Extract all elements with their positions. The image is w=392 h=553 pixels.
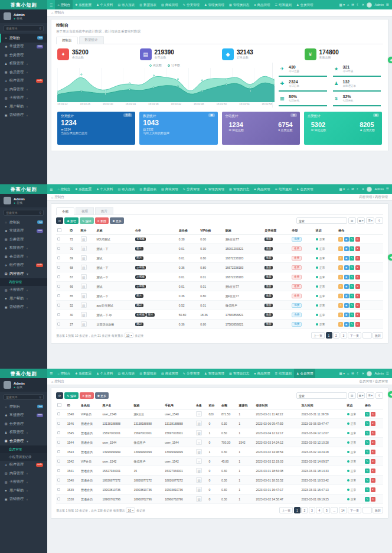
page-button[interactable]: 3	[341, 332, 347, 339]
row-checkbox[interactable]	[57, 247, 60, 250]
preview-button[interactable]: ◉	[344, 237, 349, 242]
nav-item[interactable]: ▤ 收入报表	[116, 184, 138, 194]
sidebar-item[interactable]: ▦ 会员管理 ‹	[0, 68, 47, 77]
refresh-button[interactable]: ⟳	[56, 217, 63, 224]
row-checkbox[interactable]	[57, 460, 60, 463]
column-header[interactable]: 头像	[195, 401, 207, 409]
delete-button[interactable]: ✕	[355, 246, 360, 251]
nav-item[interactable]: ☰ 结算规则	[273, 184, 294, 194]
page-button[interactable]: 3	[309, 507, 315, 513]
sort-button[interactable]: ≡	[338, 284, 343, 289]
preview-button[interactable]: ◉	[344, 256, 349, 261]
nav-item[interactable]: ♟ 个人资料	[94, 184, 115, 194]
nav-item[interactable]: ♟ 会员管理	[294, 184, 315, 194]
image-placeholder-icon[interactable]: ▨	[196, 430, 202, 435]
table-row[interactable]: 1538 普通会员 18960762796 18960762796 189607…	[56, 495, 383, 504]
edit-button[interactable]: ✎	[349, 237, 354, 242]
delete-button[interactable]: ✕	[355, 256, 360, 261]
sidebar-item[interactable]: ▣ 营销管理 ‹	[0, 111, 47, 120]
columns-icon[interactable]: ▦ ▾	[357, 392, 365, 399]
nav-item[interactable]: ✎ 分类管理	[181, 0, 202, 9]
username[interactable]: Admin	[374, 372, 384, 375]
delete-button[interactable]: ✕	[371, 469, 375, 473]
nav-item[interactable]: ♟ 管理员管理	[202, 369, 227, 378]
apps-dropdown[interactable]: ▦ ▾	[339, 3, 345, 6]
image-placeholder-icon[interactable]: ▨	[81, 284, 87, 289]
settings-icon[interactable]: ☰	[386, 187, 389, 191]
delete-button[interactable]: ✕	[355, 313, 360, 317]
sidebar-item[interactable]: ▧ 分类管理	[0, 51, 47, 60]
page-button[interactable]: 上一页	[311, 332, 325, 339]
nav-item[interactable]: ♟ 会员管理	[294, 0, 315, 9]
mail-icon[interactable]: ✉	[351, 187, 354, 191]
delete-button[interactable]: ✕	[371, 450, 375, 454]
edit-button[interactable]: ✎	[365, 431, 370, 435]
delete-button[interactable]: ✕	[371, 459, 375, 464]
help-float-button[interactable]: ✚	[388, 391, 392, 398]
export-icon[interactable]: ▤	[348, 392, 356, 399]
table-row[interactable]: 1539 普通会员 19903810736 19903810736 199038…	[56, 485, 383, 495]
image-placeholder-icon[interactable]: ▨	[81, 255, 87, 261]
sidebar-search-input[interactable]	[6, 27, 38, 30]
sidebar-item[interactable]: ♣ 用户帮助 ‹	[0, 294, 47, 303]
export-icon[interactable]: ▤	[348, 217, 356, 224]
column-header[interactable]	[56, 226, 68, 235]
sort-button[interactable]: ≡	[338, 313, 343, 317]
sidebar-search-input[interactable]	[6, 395, 38, 399]
page-button[interactable]: 上一页	[279, 507, 293, 513]
edit-button[interactable]: ✎	[349, 284, 354, 289]
page-button[interactable]: 14	[339, 507, 347, 513]
nav-item[interactable]: ▦ 管理员日志	[227, 184, 251, 194]
tab[interactable]: 控制台	[56, 37, 78, 44]
preview-button[interactable]: ◉	[344, 246, 349, 251]
person-avatar-icon[interactable]: ☺	[196, 458, 202, 464]
legend-item[interactable]: 订单数	[168, 63, 180, 67]
moon-icon[interactable]: ☾	[357, 3, 360, 6]
toolbar-button[interactable]: ✱ 更多	[110, 217, 124, 224]
image-placeholder-icon[interactable]: ▨	[81, 302, 87, 308]
fullscreen-icon[interactable]: ✕	[362, 3, 365, 6]
table-row[interactable]: 1545 普通会员 15697003001 15697003001 156970…	[56, 428, 383, 438]
image-placeholder-icon[interactable]: ▨	[196, 477, 202, 483]
delete-button[interactable]: ✕	[355, 284, 360, 289]
image-placeholder-icon[interactable]: ▨	[81, 312, 87, 317]
sidebar-item[interactable]: ▤ 内容管理 ▾	[0, 269, 47, 278]
sidebar-item[interactable]: ▣ 营销管理 ‹	[0, 495, 47, 504]
column-header[interactable]: 图片	[80, 226, 96, 235]
page-button[interactable]: ...	[331, 507, 338, 513]
mail-icon[interactable]: ✉	[351, 372, 354, 375]
delete-button[interactable]: ✕	[355, 265, 360, 270]
delete-button[interactable]: ✕	[355, 303, 360, 308]
sort-button[interactable]: ≡	[338, 275, 343, 279]
nav-item[interactable]: ♟ 会员管理	[294, 369, 315, 378]
preview-button[interactable]: ◉	[344, 284, 349, 289]
page-button[interactable]: 下一页	[348, 332, 361, 339]
column-header[interactable]: 加入时间	[300, 401, 345, 409]
nav-item[interactable]: ♟ 管理员管理	[202, 184, 227, 194]
table-row[interactable]: 1542 VIP会员 user_1542 微信用户 user_1542 ☺ 0 …	[56, 457, 383, 466]
avatar[interactable]	[367, 187, 372, 192]
mail-icon[interactable]: ✉	[351, 3, 354, 6]
table-row[interactable]: 1548 VIP会员 user_1548 测k豆豆 user_1548 ☺ 62…	[56, 409, 383, 419]
table-row[interactable]: 66 ▨ 测试 小视频 0.01 0.01 测k豆豆77 推荐 收费	[56, 282, 383, 291]
sidebar-item[interactable]: 会员管理	[0, 445, 47, 453]
sidebar-item[interactable]: ✈ 组件管理 auth	[0, 461, 47, 470]
nav-item[interactable]: ▥ 数据报表	[137, 184, 159, 194]
search-input[interactable]	[296, 392, 347, 399]
table-row[interactable]: 1546 普通会员 13138188888 13138188888 131381…	[56, 419, 383, 428]
delete-button[interactable]: ✕	[371, 497, 375, 502]
table-row[interactable]: 69 ▨ 测试 图片 0.01 0.80 16672238183 推荐	[56, 253, 383, 263]
home-icon[interactable]: ⌂	[347, 372, 349, 375]
nav-item[interactable]: ▥ 数据报表	[137, 369, 159, 378]
legend-item[interactable]: 成交数	[149, 63, 162, 67]
column-header[interactable]: 手机号	[164, 401, 195, 409]
nav-item[interactable]: ▦ 管理员日志	[227, 369, 251, 378]
row-checkbox[interactable]	[57, 469, 60, 472]
delete-button[interactable]: ✕	[371, 412, 375, 417]
help-float-button[interactable]: ✚	[388, 57, 392, 63]
page-button[interactable]: 1	[294, 507, 300, 513]
column-header[interactable]: 昵称	[224, 226, 263, 235]
row-checkbox[interactable]	[57, 285, 60, 288]
column-header[interactable]: 名称	[95, 226, 133, 235]
sidebar-item[interactable]: ▧ 分类管理	[0, 419, 47, 428]
